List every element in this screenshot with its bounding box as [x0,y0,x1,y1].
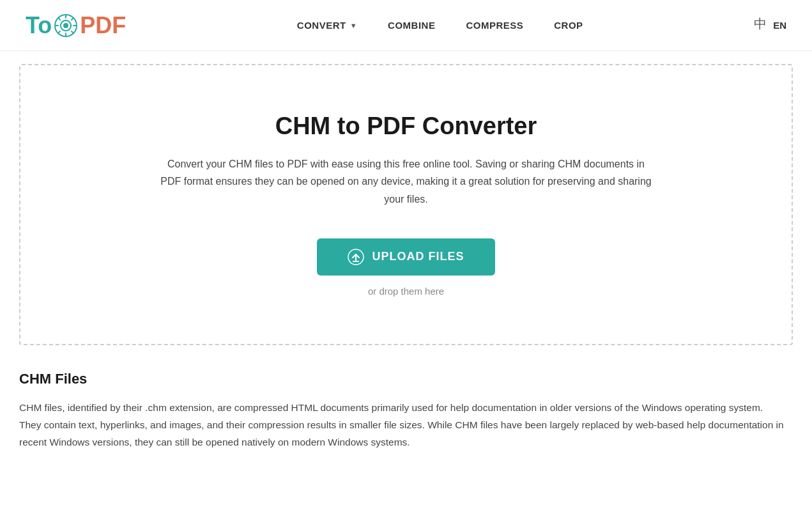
logo-to: To [26,12,52,39]
drop-zone[interactable]: CHM to PDF Converter Convert your CHM fi… [19,64,793,345]
article-title: CHM Files [19,371,793,387]
convert-chevron-icon: ▼ [350,22,357,29]
upload-button-label: UPLOAD FILES [372,250,464,263]
upload-button[interactable]: UPLOAD FILES [317,238,494,276]
svg-text:中: 中 [754,17,767,31]
main-nav: CONVERT ▼ COMBINE COMPRESS CROP [297,20,583,31]
svg-line-9 [58,31,60,33]
svg-point-1 [63,23,68,28]
svg-line-7 [72,31,73,33]
nav-crop[interactable]: CROP [554,20,583,31]
nav-convert[interactable]: CONVERT ▼ [297,20,357,31]
logo-gear-icon [54,14,77,37]
article-section: CHM Files CHM files, identified by their… [19,358,793,476]
nav-compress[interactable]: COMPRESS [466,20,523,31]
article-body: CHM files, identified by their .chm exte… [19,399,786,451]
drop-hint: or drop them here [368,286,444,297]
language-selector[interactable]: 中 EN [754,17,786,34]
nav-combine[interactable]: COMBINE [388,20,435,31]
svg-line-8 [72,18,73,20]
logo-pdf: PDF [80,12,126,39]
language-label: EN [773,20,786,31]
upload-icon [348,249,364,265]
svg-line-6 [58,18,60,20]
page-description: Convert your CHM files to PDF with ease … [157,155,655,208]
page-title: CHM to PDF Converter [275,113,537,140]
site-logo[interactable]: To PDF [26,12,126,39]
language-icon: 中 [754,17,768,34]
